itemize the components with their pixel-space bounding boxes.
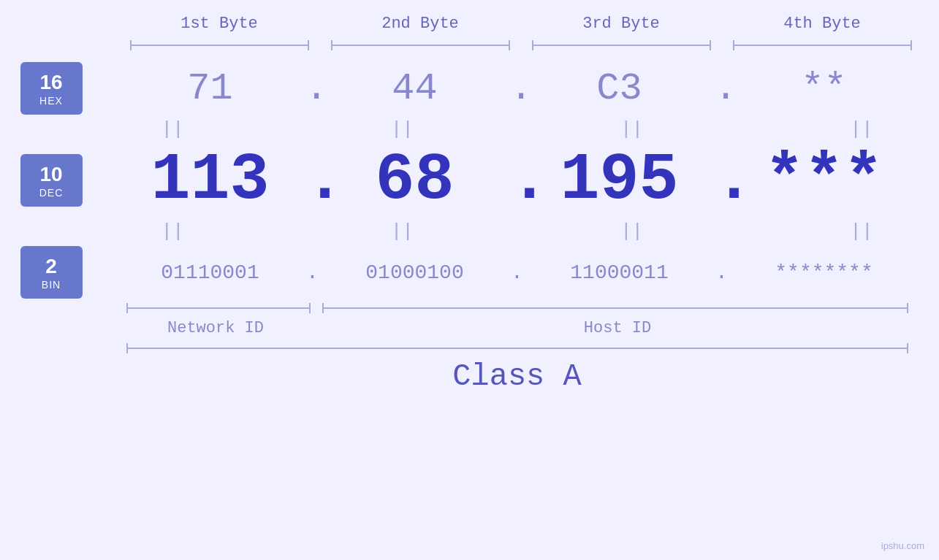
bin-b4: ******** [729, 261, 919, 284]
bin-dot-1: . [305, 261, 320, 284]
dec-base-num: 10 [39, 162, 62, 187]
dec-row: 113 . 68 . 195 . *** [115, 144, 919, 217]
dec-b4: *** [729, 143, 919, 218]
top-bracket-1 [119, 40, 320, 49]
class-label: Class A [115, 359, 919, 394]
dec-b1: 113 [115, 143, 305, 218]
equals-row-1: || || || || [115, 115, 919, 144]
network-id-label: Network ID [115, 319, 316, 337]
bin-b3: 11000011 [525, 261, 715, 284]
host-id-label: Host ID [316, 319, 919, 337]
bin-base-name: BIN [42, 279, 61, 291]
byte-header-2: 2nd Byte [320, 15, 521, 33]
spacer-2 [20, 217, 115, 246]
hex-b2: 44 [320, 67, 510, 110]
byte-header-3: 3rd Byte [521, 15, 722, 33]
spacer-1 [20, 115, 115, 144]
hex-badge-row: 16 HEX [20, 62, 115, 115]
top-bracket-4 [722, 40, 923, 49]
hex-dot-1: . [305, 67, 320, 110]
top-brackets [119, 40, 923, 49]
hex-base-name: HEX [39, 95, 63, 107]
network-bracket [115, 303, 316, 313]
bin-b2: 01000100 [320, 261, 510, 284]
bin-dot-3: . [715, 261, 729, 284]
byte-headers: 1st Byte 2nd Byte 3rd Byte 4th Byte [119, 15, 923, 33]
eq1-b1: || [115, 118, 230, 140]
hex-base-num: 16 [39, 70, 62, 95]
id-labels: Network ID Host ID [115, 319, 919, 337]
hex-dot-3: . [715, 67, 729, 110]
bin-dot-2: . [510, 261, 525, 284]
main-container: 1st Byte 2nd Byte 3rd Byte 4th Byte 16 H… [0, 0, 939, 560]
byte-header-4: 4th Byte [722, 15, 923, 33]
top-bracket-3 [521, 40, 722, 49]
dec-b3: 195 [525, 143, 715, 218]
bin-badge-row: 2 BIN [20, 246, 115, 299]
dec-dot-3: . [715, 143, 729, 218]
class-bracket-line [126, 348, 908, 349]
eq1-b2: || [345, 118, 460, 140]
watermark: ipshu.com [881, 540, 924, 551]
dec-dot-1: . [305, 143, 320, 218]
equals-row-2: || || || || [115, 217, 919, 246]
byte-header-1: 1st Byte [119, 15, 320, 33]
eq1-b4: || [804, 118, 919, 140]
class-area: Class A [115, 348, 919, 394]
dec-base-name: DEC [39, 187, 64, 199]
bin-row: 01110001 . 01000100 . 11000011 . *******… [115, 246, 919, 299]
eq1-b3: || [574, 118, 689, 140]
bottom-brackets [115, 303, 919, 313]
values-area: 71 . 44 . C3 . ** || || || || 113 [115, 62, 919, 337]
dec-dot-2: . [510, 143, 525, 218]
hex-b3: C3 [525, 67, 715, 110]
base-badges-column: 16 HEX 10 DEC 2 BIN [20, 62, 115, 299]
bin-badge: 2 BIN [20, 246, 83, 299]
eq2-b4: || [804, 220, 919, 242]
hex-b1: 71 [115, 67, 305, 110]
dec-badge: 10 DEC [20, 154, 83, 207]
hex-badge: 16 HEX [20, 62, 83, 115]
eq2-b1: || [115, 220, 230, 242]
eq2-b2: || [345, 220, 460, 242]
bin-base-num: 2 [45, 254, 57, 279]
bin-b1: 01110001 [115, 261, 305, 284]
dec-badge-row: 10 DEC [20, 144, 115, 217]
top-bracket-2 [320, 40, 521, 49]
host-bracket [316, 303, 919, 313]
hex-dot-2: . [510, 67, 525, 110]
hex-row: 71 . 44 . C3 . ** [115, 62, 919, 115]
eq2-b3: || [574, 220, 689, 242]
dec-b2: 68 [320, 143, 510, 218]
hex-b4: ** [729, 67, 919, 110]
